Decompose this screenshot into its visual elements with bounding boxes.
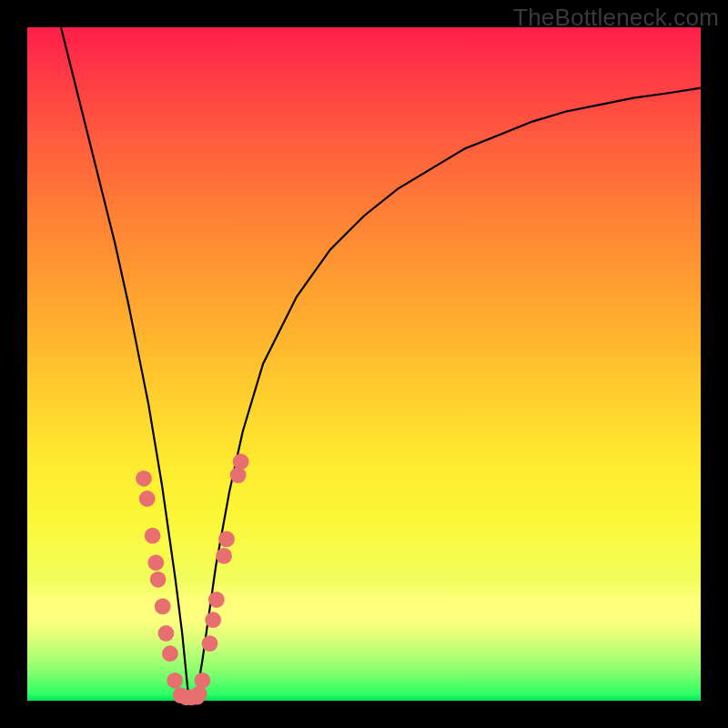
- data-point: [155, 599, 171, 615]
- data-point: [202, 635, 218, 652]
- data-point: [195, 672, 211, 689]
- chart-svg: [27, 27, 701, 701]
- data-point: [205, 612, 221, 628]
- data-point: [136, 470, 152, 487]
- data-point: [216, 548, 232, 564]
- data-point: [191, 686, 207, 703]
- data-point: [230, 467, 247, 483]
- data-point: [162, 645, 178, 662]
- data-point: [145, 528, 161, 544]
- data-point: [233, 453, 249, 470]
- data-point: [139, 490, 156, 507]
- data-point: [150, 571, 167, 588]
- plot-area: [27, 27, 701, 701]
- data-point: [167, 672, 183, 689]
- bottleneck-curve: [61, 27, 701, 701]
- watermark-text: TheBottleneck.com: [513, 4, 719, 32]
- data-point: [208, 592, 225, 608]
- data-point: [147, 554, 164, 571]
- chart-frame: TheBottleneck.com: [0, 0, 728, 728]
- data-point: [158, 625, 175, 642]
- data-points: [136, 453, 248, 705]
- data-point: [218, 531, 235, 548]
